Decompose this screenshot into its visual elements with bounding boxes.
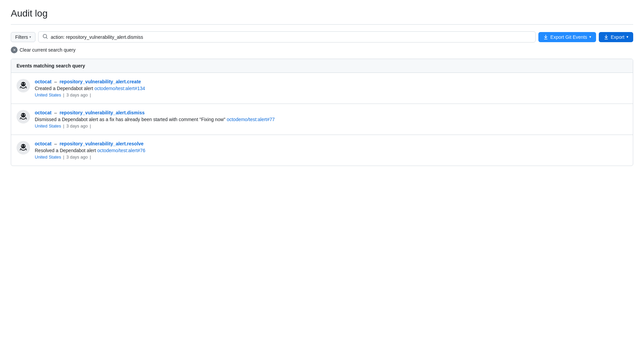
event-description: Dismissed a Dependabot alert as a fix ha… [35,117,627,122]
table-row: octocat – repository_vulnerability_alert… [11,104,633,135]
svg-point-10 [22,145,23,146]
export-chevron-icon: ▾ [626,35,628,39]
clear-query-row[interactable]: ✕ Clear current search query [11,47,633,53]
avatar [17,110,30,123]
event-desc-link[interactable]: octodemo/test:alert#77 [227,117,275,122]
export-git-label: Export Git Events [551,34,587,40]
event-username[interactable]: octocat [35,141,52,146]
event-content: octocat – repository_vulnerability_alert… [35,141,627,160]
title-dash: – [53,110,58,115]
event-location[interactable]: United States [35,154,61,160]
meta-separator: | [63,92,64,97]
table-row: octocat – repository_vulnerability_alert… [11,73,633,104]
event-title: octocat – repository_vulnerability_alert… [35,79,627,84]
title-divider [11,24,633,25]
event-title: octocat – repository_vulnerability_alert… [35,141,627,146]
events-list: octocat – repository_vulnerability_alert… [11,73,633,166]
event-desc-link[interactable]: octodemo/test:alert#76 [97,148,145,153]
event-title: octocat – repository_vulnerability_alert… [35,110,627,115]
results-header: Events matching search query [11,59,633,73]
chevron-down-icon: ▾ [29,35,31,39]
title-dash: – [53,141,58,146]
event-username[interactable]: octocat [35,79,52,84]
clear-query-label: Clear current search query [20,47,76,53]
meta-separator-2: | [90,92,91,97]
export-button[interactable]: Export ▾ [599,32,633,42]
avatar [17,141,30,154]
event-meta: United States | 3 days ago | [35,123,627,129]
table-row: octocat – repository_vulnerability_alert… [11,135,633,166]
event-location[interactable]: United States [35,92,61,97]
page-title: Audit log [11,8,633,19]
svg-point-6 [22,114,23,115]
event-username[interactable]: octocat [35,110,52,115]
event-desc-text: Dismissed a Dependabot alert as a fix ha… [35,117,227,122]
download-icon [543,34,548,40]
search-input[interactable] [51,34,531,40]
meta-separator: | [63,154,64,160]
event-desc-link[interactable]: octodemo/test:alert#134 [95,86,145,91]
svg-point-7 [24,114,25,115]
results-box: Events matching search query octocat – r… [11,59,633,166]
event-location[interactable]: United States [35,123,61,129]
svg-point-3 [24,83,25,84]
avatar [17,79,30,92]
event-time: 3 days ago [66,154,88,160]
event-action[interactable]: repository_vulnerability_alert.create [59,79,141,84]
filters-button[interactable]: Filters ▾ [11,32,35,42]
event-desc-text: Created a Dependabot alert [35,86,95,91]
event-meta: United States | 3 days ago | [35,92,627,97]
svg-point-11 [24,145,25,146]
search-icon [43,34,48,40]
meta-separator: | [63,123,64,129]
event-time: 3 days ago [66,123,88,129]
export-download-icon [603,34,609,40]
event-meta: United States | 3 days ago | [35,154,627,160]
event-description: Resolved a Dependabot alert octodemo/tes… [35,148,627,153]
svg-point-1 [21,82,26,87]
meta-separator-2: | [90,123,91,129]
export-label: Export [611,34,624,40]
filters-label: Filters [15,34,28,40]
export-git-button[interactable]: Export Git Events ▾ [538,32,596,42]
clear-icon: ✕ [11,47,18,53]
event-description: Created a Dependabot alert octodemo/test… [35,86,627,91]
event-content: octocat – repository_vulnerability_alert… [35,79,627,97]
event-desc-text: Resolved a Dependabot alert [35,148,97,153]
event-time: 3 days ago [66,92,88,97]
event-action[interactable]: repository_vulnerability_alert.resolve [59,141,143,146]
search-bar [38,31,535,43]
export-git-chevron-icon: ▾ [589,35,591,39]
svg-point-5 [21,113,26,118]
event-content: octocat – repository_vulnerability_alert… [35,110,627,129]
svg-point-9 [21,144,26,149]
svg-point-2 [22,83,23,84]
title-dash: – [53,79,58,84]
toolbar: Filters ▾ Export Git Events ▾ Export ▾ [11,31,633,43]
meta-separator-2: | [90,154,91,160]
event-action[interactable]: repository_vulnerability_alert.dismiss [59,110,144,115]
